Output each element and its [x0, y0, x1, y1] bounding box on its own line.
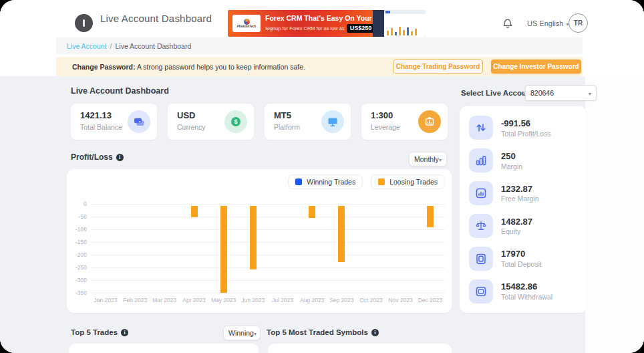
- breadcrumb-separator: /: [110, 42, 112, 50]
- info-icon[interactable]: [121, 329, 128, 336]
- notice-body: A strong password helps you to keep info…: [137, 63, 305, 71]
- page-title: Live Account Dashboard: [100, 13, 212, 24]
- top-trades-filter-value: Winning: [228, 329, 254, 337]
- x-tick-label: Oct 2023: [357, 297, 386, 304]
- stat-free-margin: 1232.87 Free Margin: [460, 181, 587, 205]
- top-trades-filter-select[interactable]: Winning: [223, 326, 261, 340]
- profit-loss-title-row: Profit/Loss: [71, 152, 124, 162]
- chart-gridline: [91, 280, 445, 281]
- right-gutter: [585, 76, 644, 353]
- notice-prefix: Change Password:: [72, 63, 136, 71]
- legend-winning-trades[interactable]: Winning Trades: [288, 174, 363, 189]
- x-tick-label: May 2023: [209, 297, 238, 304]
- breadcrumb: Live Account / Live Account Dashboard: [56, 37, 583, 54]
- ad-subline: Signup for Forex CRM for as low as: [265, 25, 345, 31]
- briefcase-chart-icon: [418, 110, 441, 133]
- chart-gridline: [91, 204, 445, 205]
- legend-winning-label: Winning Trades: [307, 178, 355, 186]
- stat-total-withdrawal: 15482.86 Total Withdrawal: [460, 279, 587, 304]
- loosing-swatch-icon: [378, 179, 385, 185]
- withdrawal-icon: [469, 279, 493, 304]
- chevron-down-icon: [254, 329, 257, 337]
- x-tick-label: Apr 2023: [180, 297, 209, 304]
- chevron-down-icon: [589, 89, 591, 97]
- ad-phone-mockup: [373, 10, 384, 37]
- losing-trades-bar: [250, 206, 257, 269]
- chart-gridline: [91, 255, 445, 255]
- ad-logo: PheasanTech: [232, 15, 261, 32]
- stat-equity: 1482.87 Equity: [460, 214, 587, 238]
- top-trades-title-row: Top 5 Trades: [71, 328, 128, 336]
- user-avatar[interactable]: TR: [569, 13, 588, 33]
- live-account-select[interactable]: 820646: [525, 85, 597, 101]
- monitor-icon: [321, 110, 344, 133]
- scales-icon: [469, 214, 493, 238]
- avatar-initials: TR: [574, 19, 583, 27]
- change-trading-password-button[interactable]: Change Trading Password: [393, 60, 483, 74]
- platform-value: MT5: [274, 110, 291, 120]
- breadcrumb-link-live-account[interactable]: Live Account: [67, 42, 107, 50]
- wallet-icon: [128, 110, 150, 133]
- y-tick-label: -150: [72, 239, 87, 245]
- change-investor-password-button[interactable]: Change Investor Password: [491, 60, 581, 74]
- arrows-up-down-icon: [469, 116, 493, 140]
- chart-box-icon: [469, 181, 493, 205]
- dollar-icon: $: [224, 110, 247, 133]
- losing-trades-bar: [427, 206, 434, 227]
- change-password-notice: Change Password: A strong password helps…: [56, 57, 583, 76]
- leverage-card: 1:300 Leverage: [361, 104, 448, 140]
- notifications-bell-icon[interactable]: [501, 16, 514, 29]
- top-symbols-title-row: Top 5 Most Traded Symbols: [267, 328, 379, 336]
- total-balance-value: 1421.13: [80, 110, 112, 120]
- chart-gridline: [91, 293, 445, 293]
- winning-swatch-icon: [295, 179, 302, 185]
- x-tick-label: Jul 2023: [268, 297, 297, 304]
- losing-trades-bar: [338, 206, 345, 262]
- bar-chart-icon: [469, 148, 493, 172]
- top-trades-card: [69, 344, 259, 353]
- period-select[interactable]: Monthly: [409, 152, 447, 166]
- info-icon[interactable]: [371, 329, 379, 336]
- breadcrumb-current: Live Account Dashboard: [115, 42, 191, 50]
- top-trades-title: Top 5 Trades: [71, 328, 118, 336]
- platform-card: MT5 Platform: [265, 104, 351, 140]
- total-balance-card: 1421.13 Total Balance: [71, 104, 157, 140]
- ad-logo-text: PheasanTech: [237, 25, 257, 29]
- x-tick-label: Jan 2023: [91, 297, 120, 304]
- sidebar-toggle-button[interactable]: [75, 14, 93, 32]
- y-tick-label: -100: [72, 226, 87, 233]
- stat-total-deposit: 17970 Total Deposit: [460, 247, 587, 271]
- top-header: Live Account Dashboard PheasanTech Forex…: [0, 0, 644, 37]
- x-tick-label: Jun 2023: [238, 297, 268, 304]
- total-balance-label: Total Balance: [80, 123, 122, 131]
- currency-label: Currency: [177, 123, 206, 131]
- losing-trades-bar: [309, 206, 315, 218]
- info-icon[interactable]: [116, 154, 124, 161]
- account-stats-panel: -991.56 Total Profit/Loss 250 Margin 123…: [460, 106, 587, 313]
- x-tick-label: Mar 2023: [150, 297, 179, 304]
- stat-margin: 250 Margin: [460, 148, 587, 172]
- top-symbols-title: Top 5 Most Traded Symbols: [267, 328, 368, 336]
- y-tick-label: -200: [72, 251, 87, 258]
- chart-gridline: [91, 229, 445, 230]
- svg-text:$: $: [234, 118, 237, 125]
- forex-crm-ad-banner[interactable]: PheasanTech Forex CRM That's Easy On You…: [228, 10, 426, 37]
- chart-gridline: [91, 242, 445, 243]
- select-live-account-label: Select Live Account: [461, 89, 534, 97]
- y-tick-label: -50: [72, 213, 87, 220]
- ad-logo-icon: [244, 19, 250, 25]
- chart-gridline: [91, 267, 445, 268]
- ad-price-badge: US$250: [347, 24, 375, 33]
- ad-copy: Forex CRM That's Easy On Your Pocket Sig…: [265, 14, 373, 33]
- y-tick-label: -250: [72, 264, 87, 271]
- chart-legend: Winning Trades Loosing Trades: [288, 174, 445, 189]
- ad-headline: Forex CRM That's Easy On Your Pocket: [265, 14, 373, 23]
- legend-loosing-trades[interactable]: Loosing Trades: [371, 174, 445, 189]
- losing-trades-bar: [191, 206, 198, 217]
- y-tick-label: -300: [72, 277, 87, 283]
- language-selector[interactable]: US English: [527, 19, 569, 27]
- platform-label: Platform: [274, 123, 300, 131]
- profit-loss-title: Profit/Loss: [71, 152, 113, 162]
- menu-bar-icon: [83, 19, 85, 27]
- live-account-dashboard-app: Live Account Dashboard PheasanTech Forex…: [0, 0, 644, 353]
